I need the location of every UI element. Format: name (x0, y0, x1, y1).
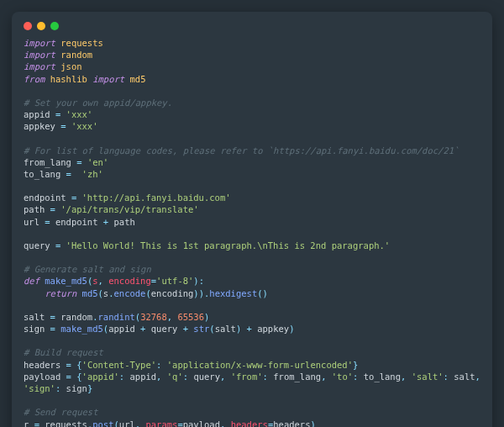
module-json: json (60, 61, 81, 71)
identifier: to_lang (24, 169, 60, 179)
colon: : (183, 372, 194, 382)
string-literal: 'q' (167, 372, 183, 382)
method-call: hexdigest (209, 288, 257, 298)
identifier: query (151, 324, 178, 334)
window-titlebar (24, 20, 480, 37)
string-literal: 'from' (231, 372, 263, 382)
colon: : (353, 372, 364, 382)
keyword-import: import (24, 38, 55, 48)
string-literal: 'xxx' (71, 121, 98, 131)
keyword-return: return (45, 288, 76, 298)
string-literal: 'en' (87, 157, 108, 167)
keyword-import: import (24, 50, 55, 60)
keyword-import: import (92, 74, 124, 84)
operator-plus: + (177, 324, 193, 334)
string-literal: 'salt' (412, 372, 444, 382)
module-requests: requests (60, 38, 103, 48)
operator-assign: = (45, 204, 60, 214)
identifier: query (24, 240, 50, 250)
paren: ) (204, 312, 209, 322)
operator-assign: = (50, 109, 66, 119)
string-literal: 'application/x-www-form-urlencoded' (167, 360, 353, 370)
comma: , (401, 372, 412, 382)
identifier: appid (108, 324, 135, 334)
function-call: str (193, 324, 209, 334)
operator-assign: = (45, 312, 60, 322)
comma: , (167, 312, 178, 322)
operator-assign: = (60, 169, 76, 179)
identifier: path (113, 217, 134, 227)
identifier: from_lang (24, 157, 71, 167)
comment: # For list of language codes, please ref… (24, 145, 459, 156)
paren: ) (289, 324, 294, 334)
paren: ) (311, 419, 316, 428)
identifier: path (24, 204, 45, 214)
module-md5: md5 (129, 74, 145, 84)
keyword-def: def (24, 276, 39, 286)
operator-assign: = (50, 240, 66, 250)
string-literal: '/api/trans/vip/translate' (60, 204, 198, 214)
number-literal: 65536 (177, 312, 204, 322)
number-literal: 32768 (140, 312, 167, 322)
string-literal: 'appid' (82, 372, 119, 382)
string-literal: 'xxx' (66, 109, 93, 119)
operator-assign: = (66, 192, 82, 203)
operator-plus: + (135, 324, 151, 334)
operator-plus: + (241, 324, 257, 334)
operator-assign: = (71, 157, 87, 167)
comma: , (98, 276, 109, 286)
kwarg: headers (231, 419, 268, 428)
identifier: salt (454, 372, 475, 382)
colon: : (119, 372, 130, 382)
identifier: appkey (257, 324, 289, 334)
comma: , (220, 372, 231, 382)
comma: , (156, 372, 167, 382)
method-call: post (92, 419, 113, 428)
operator-assign: = (29, 419, 45, 428)
colon: : (263, 372, 274, 382)
operator-assign: = (60, 360, 76, 370)
comment: # Send request (24, 407, 98, 417)
identifier: endpoint (55, 217, 98, 227)
identifier: appid (24, 109, 50, 119)
comment: # Build request (24, 347, 103, 357)
identifier: salt (24, 312, 45, 322)
operator-assign: = (45, 324, 60, 334)
identifier: url (119, 419, 135, 428)
comma: , (135, 419, 146, 428)
paren: ): (193, 276, 204, 286)
identifier: headers (24, 360, 60, 370)
colon: : (55, 383, 66, 393)
method-call: encode (114, 288, 146, 298)
kwarg: params (145, 419, 177, 428)
string-literal: 'to' (332, 372, 353, 382)
brace: } (87, 383, 92, 393)
string-literal: 'sign' (24, 383, 55, 393)
code-content: import requests import random import jso… (24, 37, 480, 427)
close-icon[interactable] (24, 22, 32, 30)
string-literal: 'Content-Type' (82, 360, 157, 370)
method-call: randint (98, 312, 135, 322)
module-random: random (60, 50, 92, 60)
identifier: payload (24, 372, 60, 382)
comment: # Set your own appid/appkey. (24, 98, 172, 108)
function-call: md5 (82, 288, 98, 298)
colon: : (156, 360, 167, 370)
identifier: url (24, 217, 39, 227)
string-literal: 'http://api.fanyi.baidu.com' (82, 192, 231, 203)
identifier: from_lang (273, 372, 321, 382)
code-window: import requests import random import jso… (12, 12, 492, 427)
minimize-icon[interactable] (37, 22, 45, 30)
identifier: sign (24, 324, 45, 334)
operator-assign: = (60, 372, 76, 382)
colon: : (444, 372, 454, 382)
identifier: encoding (151, 288, 194, 298)
maximize-icon[interactable] (50, 22, 59, 30)
comma: , (321, 372, 332, 382)
param: encoding (108, 276, 151, 286)
identifier: random (60, 312, 92, 322)
identifier: payload (183, 419, 220, 428)
comma: , (220, 419, 231, 428)
comment: # Generate salt and sign (24, 264, 151, 274)
keyword-import: import (24, 61, 55, 71)
